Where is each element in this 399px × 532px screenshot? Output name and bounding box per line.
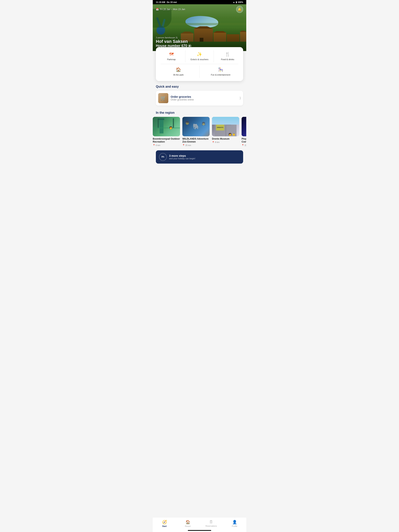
hero-section: 📅 Fri 20 Jan – Mon 23 Jan 🔔 2-person far… xyxy=(153,4,246,51)
grocery-title: Order groceries xyxy=(171,95,237,98)
region-name-3: Drents Museum xyxy=(212,138,239,141)
region-dist-1: 📍 6 km xyxy=(153,144,180,146)
status-bar: 11:19 AM Do 19 mei ▲ ▮ 100% xyxy=(153,0,246,4)
region-img-4: 🤡 🐸 xyxy=(242,117,246,136)
atpark-label: At the park xyxy=(173,73,184,76)
parkmap-icon: 🗺 xyxy=(169,52,174,57)
wifi-icon: ▲ xyxy=(233,1,235,3)
quick-easy-title: Quick and easy xyxy=(156,85,243,89)
pin-icon-3: 📍 xyxy=(212,141,214,143)
steps-progress-circle: 0% xyxy=(159,153,167,161)
bell-icon: 🔔 xyxy=(238,8,242,11)
hero-park-name: Hof van Saksen xyxy=(156,39,192,44)
region-card-3[interactable]: DRENTS 🧑 👶 Drents Museum 📍 8 km xyxy=(212,117,239,146)
region-img-3: DRENTS 🧑 👶 xyxy=(212,117,239,136)
hero-header: 📅 Fri 20 Jan – Mon 23 Jan 🔔 xyxy=(153,4,246,14)
battery-icon: ▮ xyxy=(236,1,237,4)
parkmap-label: Parkmap xyxy=(167,58,176,61)
region-card-1[interactable]: 🧑 Boomkroonpad Outdoor Recreation 📍 6 km xyxy=(153,117,180,146)
grocery-arrow-icon: ⟩ xyxy=(240,96,241,100)
notification-button[interactable]: 🔔 xyxy=(236,6,243,13)
calendar-icon: 📅 xyxy=(156,8,159,11)
grocery-text: Order groceries Order groceries online xyxy=(171,95,237,101)
grocery-card[interactable]: 🛒 Order groceries Order groceries online… xyxy=(156,91,243,106)
food-label: Food & drinks xyxy=(221,58,234,61)
grocery-subtitle: Order groceries online xyxy=(171,98,237,101)
region-name-2: WILDLANDS Adventure Zoo Emmen xyxy=(182,138,210,144)
grocery-thumbnail: 🛒 xyxy=(158,93,168,103)
region-scroll[interactable]: 🧑 Boomkroonpad Outdoor Recreation 📍 6 km… xyxy=(153,117,246,148)
menu-item-parkmap[interactable]: 🗺 Parkmap xyxy=(157,50,185,62)
pin-icon-1: 📍 xyxy=(153,144,155,146)
region-card-2[interactable]: 🐘 👦 👧 WILDLANDS Adventure Zoo Emmen 📍 25… xyxy=(182,117,210,146)
region-dist-3: 📍 8 km xyxy=(212,141,239,143)
quick-easy-section: Quick and easy 🛒 Order groceries Order g… xyxy=(153,81,246,107)
hero-info: 2-person farmhouse 2L Hof van Saksen Hou… xyxy=(156,36,192,48)
menu-item-extras[interactable]: ✨ Extra's & vouchers xyxy=(186,50,213,62)
pin-icon-4: 📍 xyxy=(242,144,244,146)
region-img-1: 🧑 xyxy=(153,117,180,136)
region-name-1: Boomkroonpad Outdoor Recreation xyxy=(153,138,180,144)
hero-date: 📅 Fri 20 Jan – Mon 23 Jan xyxy=(156,8,185,11)
region-img-2: 🐘 👦 👧 xyxy=(182,117,210,136)
region-dist-4: 📍 33 km xyxy=(242,144,246,146)
food-icon: 🍴 xyxy=(225,52,230,57)
extras-icon: ✨ xyxy=(197,52,202,57)
region-section: In the region xyxy=(153,107,246,114)
fun-label: Fun & entertainment xyxy=(211,73,230,76)
pin-icon-2: 📍 xyxy=(182,144,185,146)
menu-item-atpark[interactable]: 🏠 At the park xyxy=(157,66,200,78)
quick-menu-card: 🗺 Parkmap ✨ Extra's & vouchers 🍴 Food & … xyxy=(156,47,243,81)
status-time: 11:19 AM xyxy=(156,1,165,3)
extras-label: Extra's & vouchers xyxy=(191,58,208,61)
hero-accommodation-type: 2-person farmhouse 2L xyxy=(156,36,192,39)
menu-grid-top: 🗺 Parkmap ✨ Extra's & vouchers 🍴 Food & … xyxy=(157,50,242,62)
region-name-4: Plopsa Indoor Coevorden xyxy=(242,138,246,144)
menu-grid-bottom: 🏠 At the park 🎠 Fun & entertainment xyxy=(157,66,242,78)
menu-item-food[interactable]: 🍴 Food & drinks xyxy=(214,50,242,62)
region-dist-2: 📍 25 km xyxy=(182,144,210,146)
status-date: Do 19 mei xyxy=(167,1,177,3)
steps-text: 3 more steps and your holiday can begin! xyxy=(169,154,240,160)
atpark-icon: 🏠 xyxy=(176,67,181,72)
menu-item-fun[interactable]: 🎠 Fun & entertainment xyxy=(200,66,242,78)
region-card-4[interactable]: 🤡 🐸 Plopsa Indoor Coevorden 📍 33 km xyxy=(242,117,246,146)
steps-sub-text: and your holiday can begin! xyxy=(169,157,240,160)
steps-banner[interactable]: 0% 3 more steps and your holiday can beg… xyxy=(156,150,243,164)
region-title: In the region xyxy=(156,111,243,114)
fun-icon: 🎠 xyxy=(218,67,223,72)
battery-level: 100% xyxy=(238,1,243,3)
steps-main-text: 3 more steps xyxy=(169,154,240,157)
